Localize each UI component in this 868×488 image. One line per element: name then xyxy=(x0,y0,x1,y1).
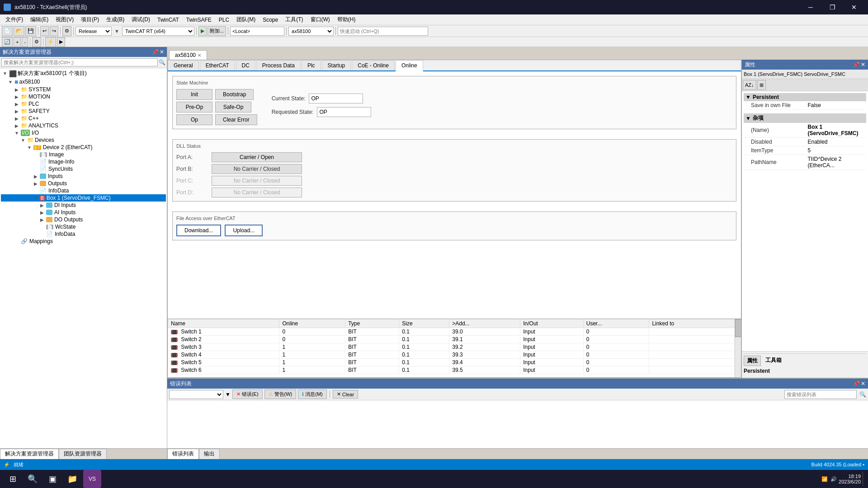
tab-online[interactable]: Online xyxy=(396,60,423,71)
tree-mappings[interactable]: 🔗 Mappings xyxy=(1,238,166,245)
clear-error-button[interactable]: Clear Error xyxy=(215,114,257,125)
properties-pin-icon[interactable]: 📌 xyxy=(853,61,860,68)
explorer-button[interactable]: 📁 xyxy=(63,470,81,488)
expand-device2[interactable]: ▼ xyxy=(26,144,33,150)
tree-do-outputs[interactable]: ▶ DO Outputs xyxy=(1,216,166,223)
tree-ai-inputs[interactable]: ▶ AI Inputs xyxy=(1,209,166,216)
op-button[interactable]: Op xyxy=(176,114,212,125)
tab-ethercat[interactable]: EtherCAT xyxy=(200,60,235,70)
menu-window[interactable]: 窗口(W) xyxy=(307,15,334,24)
pin-icon[interactable]: 📌 xyxy=(152,49,159,55)
download-button[interactable]: Download... xyxy=(176,225,221,236)
menu-edit[interactable]: 编辑(E) xyxy=(27,15,52,24)
vs-app-button[interactable]: VS xyxy=(83,470,101,488)
table-row[interactable]: ⬛ Switch 5 1 BIT 0.1 39.4 Input 0 xyxy=(168,359,735,366)
tab-ax58100[interactable]: ax58100 ✕ xyxy=(169,50,207,60)
tree-motion[interactable]: ▶ 📁 MOTION xyxy=(1,93,166,100)
expand-ai[interactable]: ▶ xyxy=(39,209,45,216)
expand-analytics[interactable]: ▶ xyxy=(14,122,20,129)
tree-infodata[interactable]: 📄 InfoData xyxy=(1,187,166,194)
table-row[interactable]: ⬛ Switch 4 1 BIT 0.1 39.3 Input 0 xyxy=(168,351,735,359)
expand-image[interactable] xyxy=(33,151,39,158)
play-button[interactable]: ▶ xyxy=(198,26,207,36)
tree-wcstate[interactable]: 📄 WcState xyxy=(1,223,166,230)
message-button[interactable]: ℹ 消息(M) xyxy=(298,389,327,399)
platform-select[interactable]: TwinCAT RT (x64) xyxy=(122,27,194,36)
menu-debug[interactable]: 调试(D) xyxy=(128,15,154,24)
start-button-taskbar[interactable]: ⊞ xyxy=(4,470,22,488)
tree-cpp[interactable]: ▶ 📁 C++ xyxy=(1,115,166,122)
expand-io[interactable]: ▼ xyxy=(14,130,20,136)
init-button[interactable]: Init xyxy=(176,89,212,100)
prop-misc-header[interactable]: ▼ 杂项 xyxy=(744,113,866,123)
expand-do[interactable]: ▶ xyxy=(39,216,45,223)
error-search-input[interactable] xyxy=(784,390,857,399)
tree-devices[interactable]: ▼ 📁 Devices xyxy=(1,136,166,144)
tab-team-manager[interactable]: 团队资源管理器 xyxy=(59,449,107,459)
solution-search-input[interactable] xyxy=(1,58,158,66)
attach-button[interactable]: 附加... xyxy=(208,26,226,36)
bootstrap-button[interactable]: Bootstrap xyxy=(215,89,254,100)
redo-button[interactable]: ↪ xyxy=(50,26,58,36)
menu-team[interactable]: 团队(M) xyxy=(233,15,259,24)
tree-project[interactable]: ▼ ■ ax58100 xyxy=(1,78,166,86)
tree-inputs[interactable]: ▶ Inputs xyxy=(1,173,166,180)
clear-button[interactable]: ✕ Clear xyxy=(333,390,358,399)
menu-file[interactable]: 文件(F) xyxy=(2,15,27,24)
activate-button[interactable]: ⚡ xyxy=(45,37,56,47)
undo-button[interactable]: ↩ xyxy=(40,26,49,36)
expand-inputs[interactable]: ▶ xyxy=(33,173,39,179)
task-view-button[interactable]: ▣ xyxy=(43,470,61,488)
menu-help[interactable]: 帮助(H) xyxy=(334,15,359,24)
expand-plc[interactable]: ▶ xyxy=(14,101,20,107)
tab-dc[interactable]: DC xyxy=(236,60,255,70)
quick-search[interactable] xyxy=(338,27,428,36)
menu-scope[interactable]: Scope xyxy=(259,16,282,24)
close-button[interactable]: ✕ xyxy=(844,0,864,14)
start-button[interactable]: ▶ xyxy=(57,37,65,47)
footer-tab-properties[interactable]: 属性 xyxy=(744,356,761,366)
tree-safety[interactable]: ▶ 📁 SAFETY xyxy=(1,108,166,115)
tree-io[interactable]: ▼ I/O I/O xyxy=(1,129,166,136)
tree-image[interactable]: 📄 Image xyxy=(1,151,166,158)
tree-plc[interactable]: ▶ 📁 PLC xyxy=(1,100,166,108)
menu-project[interactable]: 项目(P) xyxy=(77,15,103,24)
menu-plc[interactable]: PLC xyxy=(215,16,233,24)
collapse-button[interactable]: - xyxy=(22,37,28,47)
expand-button[interactable]: + xyxy=(14,37,21,47)
mode-select[interactable]: Release xyxy=(75,27,112,36)
tree-syncunits[interactable]: 📄 SyncUnits xyxy=(1,165,166,173)
project-select[interactable]: ax58100 xyxy=(288,27,334,36)
tab-coe-online[interactable]: CoE - Online xyxy=(352,60,395,70)
table-scrollbar[interactable] xyxy=(735,319,741,377)
tab-plc[interactable]: Plc xyxy=(302,60,321,70)
expand-safety[interactable]: ▶ xyxy=(14,108,20,114)
error-pin-icon[interactable]: 📌 xyxy=(853,380,860,387)
pre-op-button[interactable]: Pre-Op xyxy=(176,102,212,113)
menu-twinsafe[interactable]: TwinSAFE xyxy=(183,16,215,24)
expand-motion[interactable]: ▶ xyxy=(14,94,20,100)
warning-button[interactable]: ⚠ 警告(W) xyxy=(264,389,297,399)
tree-device2[interactable]: ▼ ET Device 2 (EtherCAT) xyxy=(1,144,166,151)
save-button[interactable]: 💾 xyxy=(25,26,36,36)
tab-general[interactable]: General xyxy=(168,60,199,70)
properties-close-icon[interactable]: ✕ xyxy=(861,61,865,68)
tree-di-inputs[interactable]: ▶ DI Inputs xyxy=(1,202,166,209)
table-row[interactable]: ⬛ Switch 2 0 BIT 0.1 39.1 Input 0 xyxy=(168,336,735,343)
table-row[interactable]: ⬛ Switch 1 0 BIT 0.1 39.0 Input 0 xyxy=(168,328,735,336)
menu-view[interactable]: 视图(V) xyxy=(52,15,77,24)
error-button[interactable]: ✕ 错误(E) xyxy=(232,389,263,399)
tree-analytics[interactable]: ▶ 📁 ANALYTICS xyxy=(1,122,166,129)
safe-op-button[interactable]: Safe-Op xyxy=(215,102,251,113)
requested-state-input[interactable]: OP xyxy=(317,107,371,117)
footer-tab-tools[interactable]: 工具箱 xyxy=(763,356,784,366)
prop-persistent-header[interactable]: ▼ Persistent xyxy=(744,93,866,101)
expand-di[interactable]: ▶ xyxy=(39,202,45,208)
maximize-button[interactable]: ❐ xyxy=(822,0,843,14)
expand-solution[interactable]: ▼ xyxy=(2,70,8,77)
tab-process-data[interactable]: Process Data xyxy=(256,60,301,70)
error-close-icon[interactable]: ✕ xyxy=(861,380,865,387)
expand-system[interactable]: ▶ xyxy=(14,86,20,93)
expand-devices[interactable]: ▼ xyxy=(20,137,26,143)
prop-sort-button[interactable]: AZ↓ xyxy=(743,80,756,90)
